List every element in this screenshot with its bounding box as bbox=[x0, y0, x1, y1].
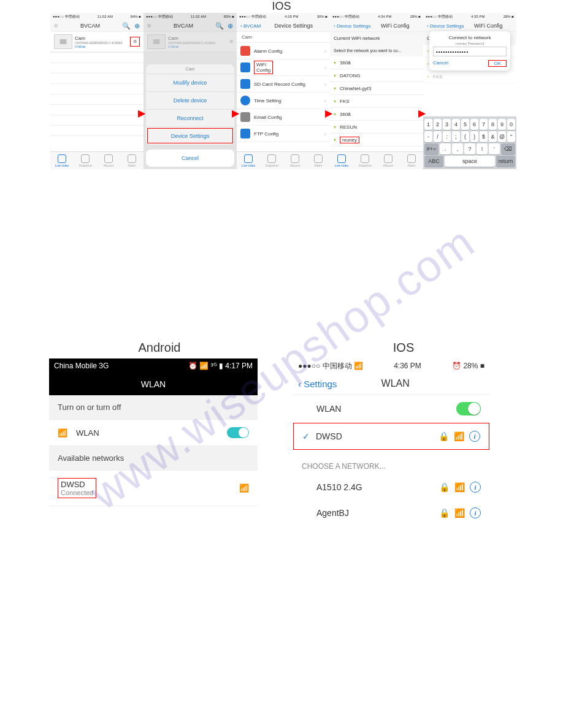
status-batt: 28% ■ bbox=[504, 15, 514, 18]
device-settings-option[interactable]: Device Settings bbox=[146, 127, 234, 145]
key[interactable]: 2 bbox=[434, 119, 442, 130]
key-space[interactable]: space bbox=[445, 156, 495, 167]
network-state: Connected bbox=[61, 489, 93, 496]
connected-network-row[interactable]: ✓ DWSD 🔒 📶 i bbox=[293, 423, 489, 450]
wifi-icon: ▾ bbox=[334, 86, 336, 91]
tab-live[interactable]: Live video bbox=[237, 152, 260, 169]
back-button[interactable]: ‹ Device Settings bbox=[334, 23, 370, 29]
network-row[interactable]: AgentBJ 🔒 📶 i bbox=[293, 500, 489, 526]
grid-icon[interactable]: ▦ bbox=[54, 23, 58, 28]
wifi-row[interactable]: ▾FKS bbox=[330, 95, 423, 108]
sheet-header: Cam bbox=[146, 64, 234, 74]
sdcard-config-row[interactable]: SD Card Record Config› bbox=[237, 76, 330, 93]
key[interactable]: 5 bbox=[461, 119, 469, 130]
back-button[interactable]: ‹ Device Settings bbox=[427, 23, 464, 29]
key-abc[interactable]: ABC bbox=[424, 156, 443, 167]
gear-icon[interactable]: ⚙ bbox=[130, 37, 140, 47]
tab-alarm[interactable]: Alarm bbox=[120, 152, 144, 169]
key-symbols[interactable]: #+= bbox=[424, 143, 439, 154]
wlan-toggle-row[interactable]: 📶 WLAN bbox=[49, 420, 258, 446]
key[interactable]: 7 bbox=[480, 119, 488, 130]
key-backspace[interactable]: ⌫ bbox=[501, 143, 515, 154]
wlan-label: WLAN bbox=[316, 404, 456, 414]
tab-alarm[interactable]: Alarm bbox=[400, 152, 423, 169]
tab-snapshot[interactable]: Snapshot bbox=[260, 152, 283, 169]
key[interactable]: , bbox=[452, 143, 463, 154]
wifi-row[interactable]: ▾360å bbox=[330, 56, 423, 69]
delete-device-option[interactable]: Delete device bbox=[146, 91, 234, 109]
network-row[interactable]: A1510 2.4G 🔒 📶 i bbox=[293, 474, 489, 500]
keyboard[interactable]: 1234567890 -/:;()$&@" #+= .,?!' ⌫ ABC sp… bbox=[423, 116, 516, 169]
wifi-row[interactable]: ▾FKS bbox=[423, 70, 516, 83]
key[interactable]: 6 bbox=[470, 119, 478, 130]
key[interactable]: " bbox=[507, 131, 515, 142]
device-name: Cam bbox=[237, 32, 330, 43]
wifi-row[interactable]: ▾DATONG bbox=[330, 69, 423, 82]
add-icon[interactable]: ⊕ bbox=[134, 22, 140, 30]
turn-on-off-header: Turn on or turn off bbox=[49, 395, 258, 420]
wlan-toggle[interactable] bbox=[456, 402, 481, 415]
search-icon[interactable]: 🔍 bbox=[122, 22, 131, 30]
key[interactable]: 4 bbox=[452, 119, 460, 130]
key[interactable]: ' bbox=[489, 143, 500, 154]
nav-title: BVCAM bbox=[80, 23, 100, 29]
status-carrier: ●●●○○ 中国移动 bbox=[332, 14, 359, 20]
key[interactable]: ; bbox=[452, 131, 460, 142]
wifi-row[interactable]: ▾360å bbox=[330, 108, 423, 121]
tab-live[interactable]: Live video bbox=[50, 152, 74, 169]
tab-record[interactable]: Record bbox=[377, 152, 400, 169]
status-batt: 30% ■ bbox=[317, 15, 327, 18]
reconnect-option[interactable]: Reconnect bbox=[146, 109, 234, 127]
key[interactable]: 0 bbox=[507, 119, 515, 130]
camera-name: Cam bbox=[75, 36, 130, 41]
ios-bottom-title: IOS bbox=[293, 341, 514, 355]
key[interactable]: ( bbox=[461, 131, 469, 142]
tab-snapshot[interactable]: Snapshot bbox=[74, 152, 97, 169]
wifi-row[interactable]: ▾ChinaNet-gyf3 bbox=[330, 82, 423, 95]
key[interactable]: ? bbox=[464, 143, 475, 154]
key[interactable]: 3 bbox=[443, 119, 451, 130]
key[interactable]: 8 bbox=[489, 119, 497, 130]
ftp-config-row[interactable]: FTP Config› bbox=[237, 126, 330, 142]
status-time: 4:36 PM bbox=[394, 362, 421, 370]
wifi-row[interactable]: ▾RESUN bbox=[330, 121, 423, 134]
wifi-icon: ▾ bbox=[334, 112, 336, 117]
key[interactable]: ! bbox=[477, 143, 488, 154]
time-setting-row[interactable]: Time Setting› bbox=[237, 93, 330, 109]
key[interactable]: - bbox=[424, 131, 432, 142]
info-icon[interactable]: i bbox=[470, 482, 481, 493]
network-row-dwsd[interactable]: DWSD Connected 📶 bbox=[49, 471, 258, 506]
key[interactable]: $ bbox=[480, 131, 488, 142]
key-return[interactable]: return bbox=[496, 156, 515, 167]
cancel-button[interactable]: Cancel bbox=[433, 60, 448, 67]
alarm-config-row[interactable]: Alarm Config› bbox=[237, 43, 330, 59]
tab-alarm[interactable]: Alarm bbox=[307, 152, 330, 169]
back-button[interactable]: ‹ BVCAM bbox=[240, 23, 261, 29]
tab-snapshot[interactable]: Snapshot bbox=[353, 152, 377, 169]
tab-record[interactable]: Record bbox=[283, 152, 307, 169]
email-config-row[interactable]: Email Config› bbox=[237, 109, 330, 126]
key[interactable]: / bbox=[434, 131, 442, 142]
key[interactable]: . bbox=[440, 143, 451, 154]
android-title: Android bbox=[49, 341, 270, 355]
cancel-button[interactable]: Cancel bbox=[146, 150, 234, 167]
tab-record[interactable]: Record bbox=[97, 152, 120, 169]
info-icon[interactable]: i bbox=[470, 507, 481, 518]
ok-button[interactable]: OK bbox=[488, 60, 507, 67]
tab-live[interactable]: Live video bbox=[330, 152, 353, 169]
info-icon[interactable]: i bbox=[469, 431, 480, 442]
wlan-toggle[interactable] bbox=[227, 427, 249, 438]
modify-device-option[interactable]: Modify device bbox=[146, 74, 234, 91]
password-input[interactable] bbox=[433, 47, 507, 56]
lock-icon: 🔒 bbox=[439, 431, 449, 441]
key[interactable]: 9 bbox=[498, 119, 506, 130]
camera-row[interactable]: Cam CM7P640-EEBF83943CC-4C8933 Online ⚙ bbox=[50, 32, 144, 52]
wifi-row-money[interactable]: ▾money bbox=[330, 134, 423, 146]
key[interactable]: @ bbox=[498, 131, 506, 142]
wifi-config-row[interactable]: WiFi Config› bbox=[237, 59, 330, 76]
key[interactable]: & bbox=[489, 131, 497, 142]
key[interactable]: ) bbox=[470, 131, 478, 142]
key[interactable]: 1 bbox=[424, 119, 432, 130]
wlan-toggle-row[interactable]: WLAN bbox=[293, 395, 489, 423]
key[interactable]: : bbox=[443, 131, 451, 142]
